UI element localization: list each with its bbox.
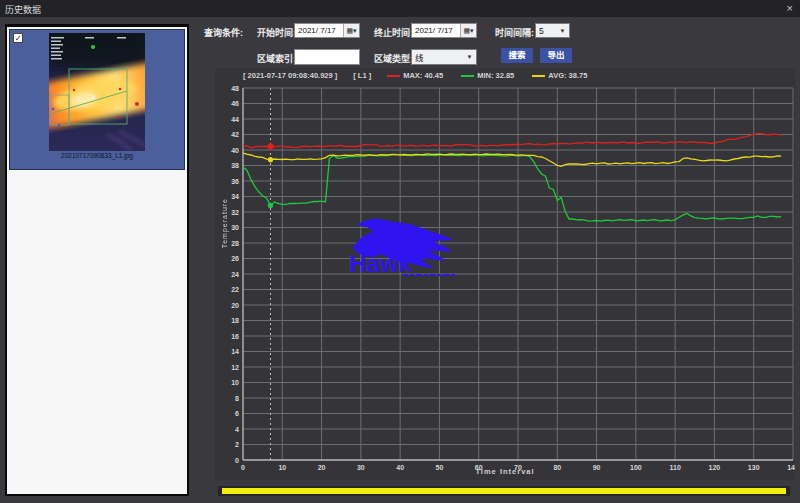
svg-text:40: 40	[231, 147, 239, 154]
chevron-down-icon: ▼	[556, 28, 569, 34]
svg-text:6: 6	[235, 410, 239, 417]
end-date-value: 2021/ 7/17	[412, 26, 460, 35]
svg-text:8: 8	[235, 395, 239, 402]
search-button[interactable]: 搜索	[501, 48, 533, 63]
query-form: 查询条件: 开始时间: 2021/ 7/17 ▦▾ 终止时间: 2021/ 7/…	[195, 18, 795, 66]
start-time-label: 开始时间:	[257, 26, 296, 39]
region-type-select[interactable]: 线 ▼	[411, 49, 477, 65]
horizontal-scrollbar[interactable]	[218, 486, 790, 496]
region-type-value: 线	[412, 51, 463, 63]
svg-text:26: 26	[231, 255, 239, 262]
svg-text:36: 36	[231, 178, 239, 185]
svg-text:42: 42	[231, 131, 239, 138]
region-type-label: 区域类型:	[374, 52, 413, 65]
file-name: 20210717090833_L1.jpg	[10, 152, 184, 159]
svg-text:46: 46	[231, 100, 239, 107]
calendar-icon[interactable]: ▦▾	[460, 24, 476, 37]
svg-text:24: 24	[231, 271, 239, 278]
interval-select[interactable]: 5 ▼	[535, 23, 570, 38]
svg-text:44: 44	[231, 116, 239, 123]
svg-text:32: 32	[231, 209, 239, 216]
chart-panel: [ 2021-07-17 09:08:40.929 ] [ L1 ] MAX: …	[215, 68, 795, 480]
item-checkbox[interactable]: ✓	[13, 33, 23, 43]
region-index-label: 区域索引:	[257, 52, 296, 65]
chevron-down-icon: ▼	[463, 54, 476, 60]
start-date-value: 2021/ 7/17	[295, 26, 343, 35]
watermark-logo: Hawk	[343, 214, 465, 280]
image-list-panel: ✓	[5, 24, 189, 496]
watermark-tagline	[403, 274, 455, 276]
svg-text:4: 4	[235, 426, 239, 433]
close-icon[interactable]: ×	[787, 1, 793, 15]
interval-value: 5	[536, 26, 556, 36]
y-axis-label: Temperature	[221, 198, 228, 248]
end-date-picker[interactable]: 2021/ 7/17 ▦▾	[411, 23, 477, 38]
svg-text:48: 48	[231, 85, 239, 92]
list-item[interactable]: ✓	[9, 29, 185, 170]
svg-text:18: 18	[231, 317, 239, 324]
svg-text:22: 22	[231, 286, 239, 293]
export-button[interactable]: 导出	[540, 48, 572, 63]
svg-text:2: 2	[235, 441, 239, 448]
svg-text:10: 10	[231, 379, 239, 386]
svg-text:38: 38	[231, 162, 239, 169]
query-section-label: 查询条件:	[204, 26, 243, 39]
titlebar[interactable]: 历史数据 ×	[0, 0, 800, 17]
window-title: 历史数据	[5, 3, 41, 16]
svg-text:20: 20	[231, 302, 239, 309]
interval-label: 时间间隔:	[495, 26, 534, 39]
svg-text:14: 14	[231, 348, 239, 355]
svg-text:28: 28	[231, 240, 239, 247]
svg-text:16: 16	[231, 333, 239, 340]
watermark-text: Hawk	[349, 250, 412, 277]
svg-text:30: 30	[231, 224, 239, 231]
x-axis-label: Time Interval	[215, 467, 795, 476]
svg-text:0: 0	[235, 457, 239, 464]
region-index-input[interactable]	[294, 49, 360, 65]
start-date-picker[interactable]: 2021/ 7/17 ▦▾	[294, 23, 360, 38]
end-time-label: 终止时间:	[374, 26, 413, 39]
thermal-image-thumbnail	[49, 33, 145, 151]
scrollbar-thumb[interactable]	[222, 488, 786, 494]
chart-plot[interactable]: 0102030405060708090100110120130140024681…	[215, 68, 795, 480]
calendar-icon[interactable]: ▦▾	[343, 24, 359, 37]
svg-text:34: 34	[231, 193, 239, 200]
svg-text:12: 12	[231, 364, 239, 371]
